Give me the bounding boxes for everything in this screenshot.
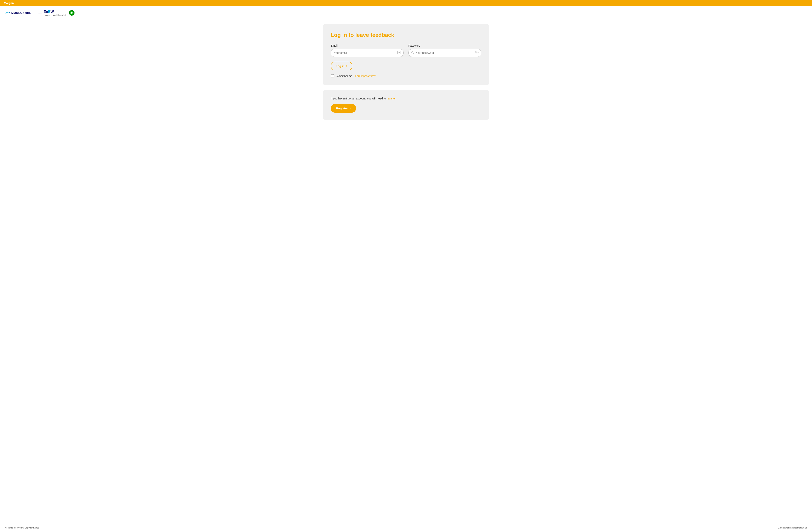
email-input-wrapper — [331, 49, 404, 57]
login-button-label: Log in — [336, 64, 345, 68]
topbar-title: Morgan — [4, 2, 14, 5]
form-row: Email Password — [331, 44, 481, 57]
header: MORECAMBE — EnBW Partners in UK offshore… — [0, 6, 812, 19]
remember-row: Remember me Forgot password? — [331, 74, 481, 77]
footer-email: E. consultonline@camargue.uk — [778, 527, 807, 529]
register-text-after: . — [396, 97, 396, 100]
remember-me-checkbox[interactable] — [331, 74, 334, 77]
password-input[interactable] — [408, 49, 481, 57]
enbw-dash: — — [39, 11, 42, 15]
main-content: Log in to leave feedback Email — [318, 19, 494, 523]
svg-rect-4 — [397, 51, 401, 54]
register-button[interactable]: Register › — [331, 104, 356, 113]
register-chevron-icon: › — [349, 106, 351, 110]
register-card: If you haven't got an account, you will … — [323, 90, 489, 120]
bp-logo-area: bp — [69, 10, 74, 16]
enbw-label: EnBW — [43, 10, 66, 14]
bp-icon: bp — [69, 10, 74, 16]
bp-badge: bp — [69, 10, 74, 16]
partners-label: Partners in UK offshore wind — [43, 14, 66, 16]
register-text: If you haven't got an account, you will … — [331, 97, 481, 100]
email-input[interactable] — [331, 49, 404, 57]
logo-enbw: — EnBW Partners in UK offshore wind — [39, 10, 66, 16]
svg-point-5 — [411, 52, 413, 53]
register-text-before: If you haven't got an account, you will … — [331, 97, 387, 100]
morecambe-label: MORECAMBE — [11, 11, 31, 14]
login-button[interactable]: Log in › — [331, 62, 352, 70]
forgot-password-link[interactable]: Forgot password? — [355, 74, 376, 77]
key-icon — [411, 51, 414, 55]
logo-morecambe: MORECAMBE — [5, 11, 31, 15]
footer: All rights reserved © Copyright 2023 E. … — [0, 523, 812, 532]
remember-me-text: Remember me — [335, 74, 352, 77]
password-toggle-icon[interactable] — [475, 51, 479, 55]
svg-text:bp: bp — [71, 13, 73, 14]
password-label: Password — [408, 44, 481, 47]
remember-me-label[interactable]: Remember me — [331, 74, 352, 77]
login-chevron-icon: › — [346, 64, 347, 68]
topbar: Morgan — [0, 0, 812, 6]
register-inline-link[interactable]: register — [387, 97, 396, 100]
email-group: Email — [331, 44, 404, 57]
password-group: Password — [408, 44, 481, 57]
email-icon — [397, 51, 401, 55]
copyright-text: All rights reserved © Copyright 2023 — [5, 527, 39, 529]
email-label: Email — [331, 44, 404, 47]
login-card: Log in to leave feedback Email — [323, 24, 489, 85]
register-button-label: Register — [336, 107, 348, 110]
bird-icon — [5, 11, 10, 15]
password-input-wrapper — [408, 49, 481, 57]
login-title: Log in to leave feedback — [331, 32, 481, 38]
